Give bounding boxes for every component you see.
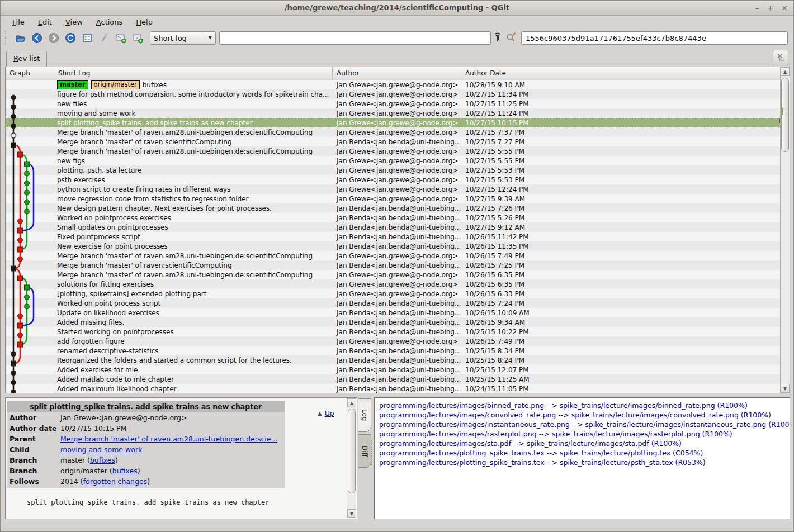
up-link[interactable]: ▲ Up [318, 409, 334, 417]
changed-file-row[interactable]: programming/lectures/images/instantaneou… [375, 420, 790, 429]
commit-date: 10/26/15 7:24 PM [461, 300, 780, 307]
view-mode-icon[interactable] [79, 31, 95, 45]
detail-value: 10/27/15 10:15 PM [60, 423, 285, 434]
commit-row[interactable]: Fixed pointprocess scriptJan Benda<jan.b… [6, 232, 780, 241]
detail-link[interactable]: bufixes [112, 467, 138, 475]
commit-row[interactable]: [plotting, spiketrains] extended plottin… [6, 289, 780, 298]
changed-file-row[interactable]: programming/lectures/images/convolved_ra… [375, 410, 790, 420]
filter-funnel-button[interactable] [491, 31, 504, 45]
maximize-button[interactable]: + [767, 4, 774, 12]
scroll-up-icon[interactable]: ▲ [347, 398, 356, 407]
details-scrollbar[interactable]: ▲ ▼ [347, 398, 356, 518]
save-patch-icon[interactable] [113, 31, 129, 45]
refresh-icon[interactable] [63, 31, 78, 45]
commit-author: Jan Grewe<jan.grewe@g-node.org> [333, 81, 461, 89]
commit-date: 10/27/15 7:26 PM [461, 205, 780, 212]
changed-file-row[interactable]: programming/lectures/images/sta.pdf --> … [375, 439, 790, 448]
commit-row[interactable]: Added matlab code to mle chapterJan Bend… [6, 374, 780, 384]
changed-file-row[interactable]: programming/lectures/images/rasterplot.p… [375, 429, 790, 439]
menu-actions[interactable]: Actions [91, 17, 128, 27]
detail-link[interactable]: Merge branch 'master' of raven.am28.uni-… [60, 435, 277, 443]
commit-row[interactable]: plotting, psth, sta lectureJan Grewe<jan… [6, 165, 780, 175]
graph-cell [6, 279, 54, 289]
column-header-author-date[interactable]: Author Date [461, 67, 790, 80]
commit-row[interactable]: masterorigin/masterbufixesJan Grewe<jan.… [6, 80, 780, 89]
apply-patch-icon[interactable] [130, 31, 145, 45]
commit-row[interactable]: python script to create firing rates in … [6, 184, 780, 194]
scroll-down-icon[interactable]: ▼ [347, 509, 356, 518]
commit-row[interactable]: split plotting_spike trains. add spike t… [6, 118, 780, 127]
commit-message: Merge branch 'master' of raven.am28.uni-… [57, 252, 313, 260]
commit-row[interactable]: Merge branch 'master' of raven:scientifi… [6, 137, 780, 146]
column-header-author[interactable]: Author [333, 67, 461, 80]
wand-icon[interactable] [96, 31, 112, 45]
commit-row[interactable]: Small updates on pointprocessesJan Benda… [6, 222, 780, 232]
sha-input[interactable] [521, 31, 788, 45]
back-icon[interactable] [29, 31, 45, 45]
detail-label-branch: Branch [7, 466, 60, 476]
side-tab-log[interactable]: Log [358, 398, 371, 432]
side-tab-diff[interactable]: Diff [358, 434, 371, 468]
graph-cell [6, 260, 54, 270]
commit-row[interactable]: Added maximum likelihood chapterJan Bend… [6, 384, 780, 393]
menu-help[interactable]: Help [131, 17, 158, 27]
commit-row[interactable]: Added exercises for mleJan Benda<jan.ben… [6, 365, 780, 374]
close-tab-button[interactable] [773, 50, 788, 65]
highlight-search-button[interactable] [504, 31, 518, 45]
commit-row[interactable]: Merge branch 'master' of raven.am28.uni-… [6, 146, 780, 156]
horizontal-splitter[interactable] [1, 393, 793, 397]
menu-edit[interactable]: Edit [33, 17, 57, 27]
tab-rev-list[interactable]: Rev list [6, 51, 47, 67]
commit-row[interactable]: Reorganized the folders and started a co… [6, 355, 780, 365]
commit-row[interactable]: new figsJan Grewe<jan.grewe@g-node.org>1… [6, 156, 780, 165]
commit-row[interactable]: solutions for fitting exercisesJan Grewe… [6, 279, 780, 289]
changed-file-row[interactable]: programming/lectures/plotting_spike_trai… [375, 448, 790, 458]
menu-view[interactable]: View [60, 17, 88, 27]
commit-row[interactable]: Merge branch 'master' of raven.am28.uni-… [6, 127, 780, 137]
commit-row[interactable]: Merge branch 'master' of raven.am28.uni-… [6, 251, 780, 260]
commit-row[interactable]: figure for psth method comparsion, some … [6, 89, 780, 99]
commit-message: New design pattern chapter. Next exercis… [57, 205, 272, 212]
column-header-short-log[interactable]: Short Log [54, 67, 333, 80]
commit-row[interactable]: Added missing files.Jan Benda<jan.benda@… [6, 317, 780, 327]
commit-date: 10/27/15 5:53 PM [461, 176, 780, 184]
status-bar [1, 519, 793, 531]
table-scrollbar[interactable]: ▲ ▼ [780, 67, 790, 393]
detail-link[interactable]: moving and some work [60, 445, 142, 454]
detail-link[interactable]: bufixes [90, 456, 115, 464]
changed-file-row[interactable]: programming/lectures/images/binned_rate.… [375, 401, 790, 410]
commit-row[interactable]: moving and some workJan Grewe<jan.grewe@… [6, 108, 780, 118]
scroll-up-icon[interactable]: ▲ [781, 67, 790, 76]
open-repo-icon[interactable] [12, 31, 28, 45]
commit-row[interactable]: renamed descriptive-statisticsJan Benda<… [6, 346, 780, 355]
commit-row[interactable]: New design pattern chapter. Next exercis… [6, 203, 780, 213]
scrollbar-thumb[interactable] [348, 408, 356, 493]
commit-row[interactable]: Update on likelihood exercisesJan Benda<… [6, 308, 780, 317]
commit-row[interactable]: Merge branch 'master' of raven:scientifi… [6, 260, 780, 270]
toolbar-drag-handle[interactable] [5, 31, 9, 45]
graph-cell [6, 99, 54, 108]
commit-row[interactable]: Started working on pointprocessesJan Ben… [6, 327, 780, 336]
filter-input[interactable] [219, 31, 491, 45]
detail-link[interactable]: forgotten changes [83, 477, 147, 486]
commit-row[interactable]: new filesJan Grewe<jan.grewe@g-node.org>… [6, 99, 780, 108]
column-header-graph[interactable]: Graph [6, 67, 54, 80]
title-bar[interactable]: /home/grewe/teaching/2014/scientificComp… [1, 1, 793, 16]
forward-icon[interactable] [46, 31, 62, 45]
minimize-button[interactable]: – [755, 4, 759, 12]
changed-file-row[interactable]: programming/lectures/plotting_spike_trai… [375, 458, 790, 467]
close-button[interactable]: × [781, 4, 788, 12]
commit-row[interactable]: psth exercisesJan Grewe<jan.grewe@g-node… [6, 175, 780, 184]
log-type-select[interactable]: Short log ▼ [150, 31, 216, 45]
commit-row[interactable]: New exercise for point processesJan Bend… [6, 241, 780, 251]
commit-message: Added exercises for mle [57, 366, 138, 374]
commit-row[interactable]: Worked on point process scriptJan Benda<… [6, 298, 780, 308]
commit-row[interactable]: Merge branch 'master' of raven.am28.uni-… [6, 270, 780, 279]
commit-row[interactable]: add forgotten figureJan Grewe<jan.grewe@… [6, 336, 780, 346]
menu-file[interactable]: File [7, 17, 30, 27]
toolbar: Short log ▼ [1, 28, 793, 48]
scroll-down-icon[interactable]: ▼ [781, 384, 790, 393]
commit-row[interactable]: Worked on pointprocess exercisesJan Bend… [6, 213, 780, 222]
commit-date: 10/28/15 9:10 AM [461, 81, 780, 89]
commit-row[interactable]: move regression code from statistics to … [6, 194, 780, 203]
